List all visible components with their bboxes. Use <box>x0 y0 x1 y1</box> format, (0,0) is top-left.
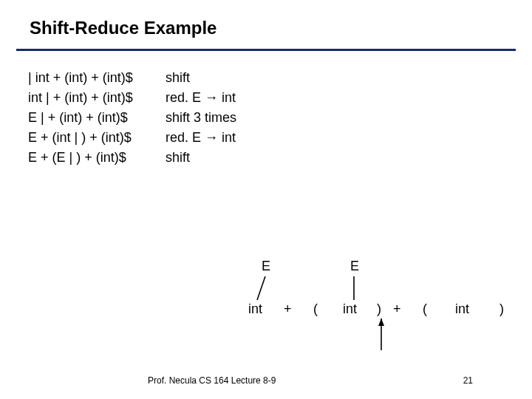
step-action: shift <box>166 68 236 88</box>
tree-node-E1: E <box>262 259 270 274</box>
slide-number: 21 <box>463 375 473 386</box>
tree-token: int <box>455 301 469 317</box>
parse-steps: | int + (int) + (int)$ shift int | + (in… <box>28 68 236 168</box>
title-underline <box>16 49 516 51</box>
step-config: E | + (int) + (int)$ <box>28 108 166 128</box>
step-action: shift 3 times <box>166 108 236 128</box>
footer-author: Prof. Necula CS 164 Lecture 8-9 <box>148 375 276 386</box>
slide-title: Shift-Reduce Example <box>0 0 532 38</box>
svg-marker-3 <box>378 318 384 326</box>
tree-token: ) <box>499 301 504 317</box>
step-config: E + (E | ) + (int)$ <box>28 148 166 168</box>
step-config: E + (int | ) + (int)$ <box>28 128 166 148</box>
tree-token: ( <box>423 301 427 317</box>
step-config: int | + (int) + (int)$ <box>28 88 166 108</box>
step-action: red. E → int <box>166 88 236 108</box>
tree-node-E2: E <box>350 259 359 274</box>
step-action: shift <box>166 148 236 168</box>
svg-line-0 <box>257 276 265 300</box>
step-config: | int + (int) + (int)$ <box>28 68 166 88</box>
tree-token: + <box>393 301 401 317</box>
tree-token: ) <box>377 301 381 317</box>
tree-token: ( <box>313 301 318 317</box>
step-action: red. E → int <box>166 128 236 148</box>
tree-token: int <box>343 301 357 317</box>
tree-token: int <box>248 301 262 317</box>
tree-token: + <box>284 301 292 317</box>
parse-tree: E E int + ( int ) + ( int ) <box>248 257 529 353</box>
